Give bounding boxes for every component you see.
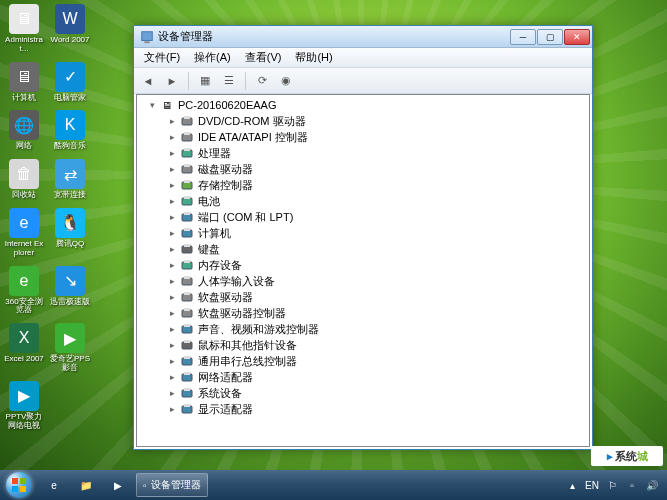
- expand-icon[interactable]: ▸: [167, 308, 178, 319]
- taskbar-pinned-ie[interactable]: e: [40, 473, 68, 497]
- forward-button[interactable]: ►: [162, 71, 182, 91]
- expand-icon[interactable]: ▸: [167, 196, 178, 207]
- tree-node[interactable]: ▸存储控制器: [143, 177, 589, 193]
- tree-node[interactable]: ▸内存设备: [143, 257, 589, 273]
- desktop-icon[interactable]: ↘迅雷极速版: [50, 266, 90, 316]
- minimize-button[interactable]: ─: [510, 29, 536, 45]
- tree-node[interactable]: ▸显示适配器: [143, 401, 589, 417]
- expand-icon[interactable]: ▸: [167, 404, 178, 415]
- desktop-icon[interactable]: WWord 2007: [50, 4, 90, 54]
- expand-icon[interactable]: ▸: [167, 116, 178, 127]
- desktop-icon[interactable]: 🐧腾讯QQ: [50, 208, 90, 258]
- svg-rect-14: [182, 214, 192, 221]
- volume-icon[interactable]: 🔊: [645, 478, 659, 492]
- expand-icon[interactable]: ▸: [167, 132, 178, 143]
- desktop-icon[interactable]: 🌐网络: [4, 110, 44, 151]
- expand-icon[interactable]: ▸: [167, 148, 178, 159]
- svg-rect-4: [182, 134, 192, 141]
- expand-icon[interactable]: ▸: [167, 180, 178, 191]
- tree-node[interactable]: ▸处理器: [143, 145, 589, 161]
- tree-node[interactable]: ▸鼠标和其他指针设备: [143, 337, 589, 353]
- expand-icon[interactable]: ▸: [167, 212, 178, 223]
- node-label: 端口 (COM 和 LPT): [198, 210, 293, 225]
- icon-label: Administrat...: [4, 36, 44, 54]
- expand-icon[interactable]: ▸: [167, 372, 178, 383]
- desktop-icon[interactable]: 🗑回收站: [4, 159, 44, 200]
- taskbar-pinned-media[interactable]: ▶: [104, 473, 132, 497]
- system-tray[interactable]: ▴ EN ⚐ ▫ 🔊: [557, 478, 667, 492]
- desktop-icon[interactable]: e360安全浏览器: [4, 266, 44, 316]
- node-label: 鼠标和其他指针设备: [198, 338, 297, 353]
- menu-item[interactable]: 查看(V): [239, 48, 288, 67]
- device-category-icon: [180, 322, 194, 336]
- expand-icon[interactable]: ▸: [167, 276, 178, 287]
- windows-logo-icon: [6, 472, 32, 498]
- expand-icon[interactable]: ▸: [167, 244, 178, 255]
- desktop-icon[interactable]: XExcel 2007: [4, 323, 44, 373]
- svg-rect-2: [182, 118, 192, 125]
- start-button[interactable]: [0, 470, 38, 500]
- tree-node[interactable]: ▸键盘: [143, 241, 589, 257]
- tree-node[interactable]: ▸系统设备: [143, 385, 589, 401]
- node-label: IDE ATA/ATAPI 控制器: [198, 130, 308, 145]
- tray-expand-icon[interactable]: ▴: [565, 478, 579, 492]
- menu-item[interactable]: 文件(F): [138, 48, 186, 67]
- desktop-icon[interactable]: 🖥Administrat...: [4, 4, 44, 54]
- back-button[interactable]: ◄: [138, 71, 158, 91]
- svg-rect-20: [182, 262, 192, 269]
- desktop-icon[interactable]: ▶PPTV聚力 网络电视: [4, 381, 44, 431]
- toolbar-icon[interactable]: ◉: [276, 71, 296, 91]
- taskbar-pinned-explorer[interactable]: 📁: [72, 473, 100, 497]
- close-button[interactable]: ✕: [564, 29, 590, 45]
- app-icon: ▶: [9, 381, 39, 411]
- tree-node[interactable]: ▸IDE ATA/ATAPI 控制器: [143, 129, 589, 145]
- tree-node[interactable]: ▸软盘驱动器: [143, 289, 589, 305]
- icon-label: PPTV聚力 网络电视: [4, 413, 44, 431]
- expand-icon[interactable]: ▸: [167, 356, 178, 367]
- refresh-button[interactable]: ⟳: [252, 71, 272, 91]
- desktop-icon[interactable]: K酷狗音乐: [50, 110, 90, 151]
- expand-icon[interactable]: ▸: [167, 228, 178, 239]
- svg-rect-27: [184, 308, 190, 311]
- expand-icon[interactable]: ▸: [167, 388, 178, 399]
- expand-icon[interactable]: ▸: [167, 292, 178, 303]
- desktop-icon[interactable]: ▶爱奇艺PPS影音: [50, 323, 90, 373]
- desktop-icon[interactable]: 🖥计算机: [4, 62, 44, 103]
- taskbar-active-window[interactable]: ▫ 设备管理器: [136, 473, 208, 497]
- flag-icon[interactable]: ⚐: [605, 478, 619, 492]
- svg-rect-26: [182, 310, 192, 317]
- tree-node[interactable]: ▸人体学输入设备: [143, 273, 589, 289]
- tree-node[interactable]: ▸软盘驱动器控制器: [143, 305, 589, 321]
- maximize-button[interactable]: ▢: [537, 29, 563, 45]
- taskbar-item-label: 设备管理器: [151, 478, 201, 492]
- language-indicator[interactable]: EN: [585, 480, 599, 491]
- expand-icon[interactable]: ▸: [167, 260, 178, 271]
- toolbar-icon[interactable]: ▦: [195, 71, 215, 91]
- tree-node[interactable]: ▸声音、视频和游戏控制器: [143, 321, 589, 337]
- tree-node[interactable]: ▸端口 (COM 和 LPT): [143, 209, 589, 225]
- collapse-icon[interactable]: ▾: [147, 100, 158, 111]
- expand-icon[interactable]: ▸: [167, 164, 178, 175]
- toolbar-icon[interactable]: ☰: [219, 71, 239, 91]
- menu-item[interactable]: 帮助(H): [289, 48, 338, 67]
- tree-node[interactable]: ▸磁盘驱动器: [143, 161, 589, 177]
- tree-node[interactable]: ▸通用串行总线控制器: [143, 353, 589, 369]
- menu-item[interactable]: 操作(A): [188, 48, 237, 67]
- device-tree[interactable]: ▾ 🖥 PC-20160620EAAG ▸DVD/CD-ROM 驱动器▸IDE …: [136, 94, 590, 447]
- tree-node[interactable]: ▸DVD/CD-ROM 驱动器: [143, 113, 589, 129]
- desktop-icon[interactable]: ✓电脑管家: [50, 62, 90, 103]
- tree-root-node[interactable]: ▾ 🖥 PC-20160620EAAG: [143, 97, 589, 113]
- icon-label: 迅雷极速版: [50, 298, 90, 307]
- expand-icon[interactable]: ▸: [167, 324, 178, 335]
- desktop-icon[interactable]: eInternet Explorer: [4, 208, 44, 258]
- tree-node[interactable]: ▸网络适配器: [143, 369, 589, 385]
- network-icon[interactable]: ▫: [625, 478, 639, 492]
- app-icon: X: [9, 323, 39, 353]
- device-category-icon: [180, 290, 194, 304]
- titlebar[interactable]: 设备管理器 ─ ▢ ✕: [134, 26, 592, 48]
- tree-node[interactable]: ▸计算机: [143, 225, 589, 241]
- desktop-icon[interactable]: ⇄宽带连接: [50, 159, 90, 200]
- tree-node[interactable]: ▸电池: [143, 193, 589, 209]
- expand-icon[interactable]: ▸: [167, 340, 178, 351]
- svg-rect-41: [20, 478, 26, 484]
